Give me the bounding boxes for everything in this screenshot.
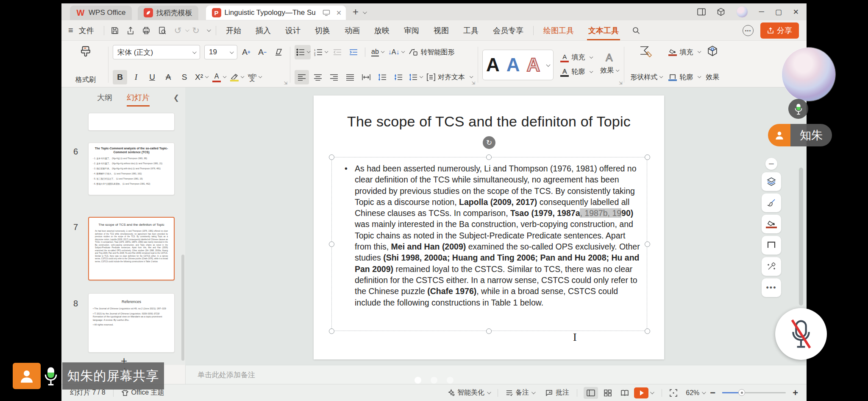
close-button[interactable]: ✕ (793, 8, 799, 17)
line-spacing-decrease-button[interactable] (391, 70, 406, 84)
tab-docer-templates[interactable]: 找稻壳模板 (138, 6, 198, 20)
menu-animation[interactable]: 动画 (337, 25, 367, 36)
superscript-button[interactable]: X² (193, 70, 209, 84)
tab-presentation[interactable]: P Linguistic Typology—The Su ✕ (206, 6, 346, 20)
menu-insert[interactable]: 插入 (248, 25, 278, 36)
share-button[interactable]: 分享 (760, 22, 799, 39)
text-fill-button[interactable]: A 填充 (559, 50, 593, 65)
tab-wps-office[interactable]: W WPS Office (70, 6, 132, 20)
layers-button[interactable] (762, 172, 781, 191)
highlight-color-button[interactable] (228, 70, 245, 84)
slide-body-text[interactable]: As had been asserted numerously, Li and … (344, 163, 643, 308)
shadow-button[interactable]: S (177, 70, 192, 84)
zoom-in-button[interactable]: + (790, 387, 801, 398)
menu-membership[interactable]: 会员专享 (486, 25, 531, 36)
format-painter-button[interactable]: 格式刷 (67, 45, 104, 84)
pinyin-guide-button[interactable]: wén文 (246, 70, 262, 84)
align-left-button[interactable] (295, 70, 309, 84)
normal-view-button[interactable] (584, 387, 598, 399)
increase-indent-button[interactable] (346, 45, 361, 59)
tab-close-icon[interactable]: ✕ (336, 9, 342, 17)
comment-button[interactable]: 批注 (543, 388, 572, 397)
editing-canvas[interactable]: The scope of TCS and the definiton of To… (185, 87, 807, 365)
line-spacing-options-button[interactable] (407, 70, 423, 84)
panel-scrollbar[interactable] (181, 255, 184, 361)
bold-button[interactable]: B (113, 70, 127, 84)
menu-home[interactable]: 开始 (219, 25, 248, 36)
more-options-icon[interactable]: ••• (743, 25, 754, 36)
sharer-mic-icon[interactable] (43, 364, 59, 388)
play-options-chevron-icon[interactable] (650, 390, 654, 394)
panel-collapse-icon[interactable]: ❮ (173, 93, 179, 102)
zoom-level[interactable]: 62% (683, 389, 707, 397)
text-style-gallery[interactable]: A A A (482, 50, 554, 80)
save-icon[interactable] (111, 26, 119, 35)
menu-text-tools[interactable]: 文本工具 (581, 25, 626, 36)
align-right-button[interactable] (327, 70, 341, 84)
text-style-group-expander-icon[interactable]: ⇲ (619, 81, 622, 85)
align-text-button[interactable]: 对齐文本 (425, 70, 473, 84)
style-blue-a[interactable]: A (506, 54, 520, 76)
distribute-button[interactable] (359, 70, 373, 84)
slide-sorter-button[interactable] (601, 387, 615, 399)
slideshow-play-button[interactable] (634, 387, 648, 398)
strikethrough-button[interactable]: A (161, 70, 175, 84)
style-brush-button[interactable] (762, 193, 781, 212)
justify-button[interactable] (343, 70, 357, 84)
menu-transition[interactable]: 切换 (308, 25, 337, 36)
slide-7-canvas[interactable]: The scope of TCS and the definiton of To… (314, 95, 664, 359)
fit-slide-button[interactable] (667, 389, 680, 397)
slide-thumbnail-8[interactable]: References The Journal of Chinese Lingui… (88, 293, 175, 353)
convert-smartart-button[interactable]: 转智能图形 (407, 45, 456, 59)
font-name-select[interactable]: 宋体 (正文) (113, 45, 200, 59)
bullet-list-button[interactable] (295, 45, 311, 59)
tab-slides[interactable]: 幻灯片 (127, 93, 150, 107)
style-black-a[interactable]: A (486, 54, 500, 76)
character-border-button[interactable]: ab (370, 45, 385, 59)
numbered-list-button[interactable]: 123 (312, 45, 328, 59)
italic-button[interactable]: I (129, 70, 143, 84)
account-avatar[interactable] (736, 6, 748, 18)
hamburger-icon[interactable]: ≡ (68, 25, 73, 35)
rotate-handle-icon[interactable]: ↻ (483, 136, 495, 149)
sharer-avatar[interactable] (13, 363, 41, 389)
export-icon[interactable] (127, 26, 134, 35)
slide-thumbnail-7-selected[interactable]: The scope of TCS and the definiton of To… (88, 217, 175, 280)
notes-bar[interactable]: 单击此处添加备注 (185, 365, 807, 384)
increase-font-button[interactable]: A+ (239, 45, 253, 59)
resize-handle-mid-right[interactable] (645, 241, 650, 247)
resize-handle-top-right[interactable] (645, 154, 650, 160)
resize-handle-top-left[interactable] (329, 154, 334, 160)
text-direction-button[interactable]: ↓A↓ (387, 45, 406, 59)
clear-format-icon[interactable] (271, 45, 286, 59)
fill-color-button[interactable] (762, 215, 781, 233)
smart-beautify-button[interactable]: 智能美化 (445, 388, 492, 397)
shape-outline-button[interactable]: 轮廓 (667, 70, 701, 84)
shape-style-button[interactable]: 形状样式 (629, 70, 663, 84)
menu-view[interactable]: 视图 (426, 25, 456, 36)
menu-slideshow[interactable]: 放映 (367, 25, 397, 36)
style-outline-a[interactable]: A (527, 54, 540, 76)
integration-cube-icon[interactable] (717, 8, 725, 16)
menu-review[interactable]: 审阅 (397, 25, 426, 36)
rail-collapse-button[interactable]: ─ (765, 158, 777, 170)
minimize-button[interactable]: ─ (759, 8, 764, 16)
underline-button[interactable]: U (145, 70, 159, 84)
text-outline-button[interactable]: A 轮廓 (559, 65, 593, 79)
shape-effect-button[interactable]: 效果 (704, 70, 721, 84)
print-icon[interactable] (142, 26, 150, 35)
resize-handle-mid-left[interactable] (329, 241, 334, 247)
maximize-button[interactable]: ▢ (775, 8, 782, 17)
slide-title[interactable]: The scope of TCS and the definiton of To… (314, 113, 664, 130)
notes-button[interactable]: 备注 (503, 388, 537, 397)
tab-list-chevron-icon[interactable] (363, 8, 366, 16)
reading-view-button[interactable] (618, 387, 632, 399)
new-tab-button[interactable]: + (353, 6, 359, 18)
menu-design[interactable]: 设计 (278, 25, 308, 36)
text-box-selected[interactable]: As had been asserted numerously, Li and … (331, 157, 647, 331)
slide-thumbnail-5-partial[interactable] (88, 113, 175, 131)
zoom-slider-thumb[interactable] (738, 389, 745, 396)
gallery-expand-icon[interactable] (547, 63, 550, 66)
shape-fill-button[interactable]: 填充 (667, 45, 701, 59)
menu-file[interactable]: 文件 (77, 25, 101, 36)
